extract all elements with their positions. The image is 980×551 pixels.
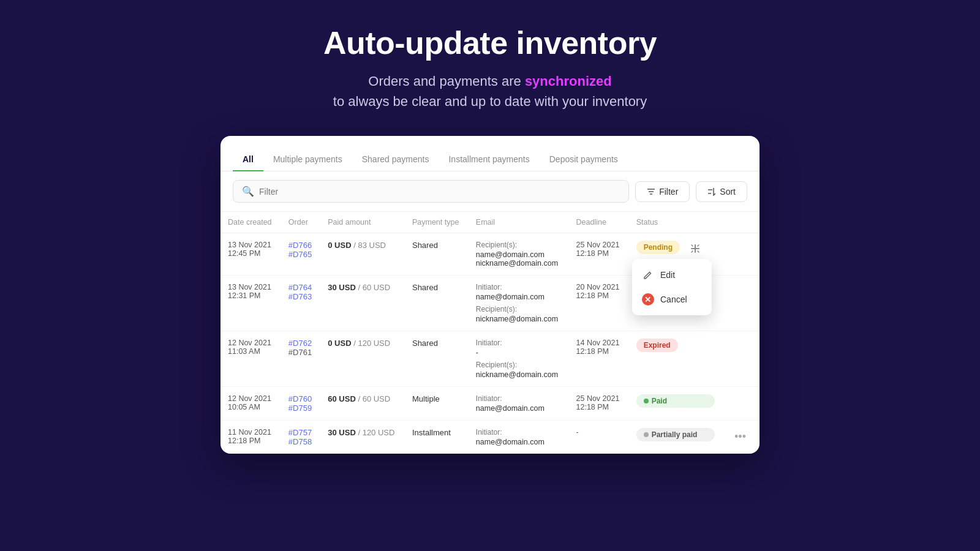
filter-label: Filter bbox=[659, 187, 678, 197]
row1-type: Shared bbox=[405, 233, 469, 276]
page-title: Auto-update inventory bbox=[323, 24, 657, 61]
status-badge: Pending bbox=[636, 241, 680, 254]
order-link-d758[interactable]: #D758 bbox=[288, 437, 313, 446]
tab-all[interactable]: All bbox=[233, 148, 263, 171]
tabs-bar: All Multiple payments Shared payments In… bbox=[221, 136, 760, 171]
row3-status: Expired bbox=[629, 331, 722, 387]
row5-deadline: - bbox=[569, 421, 629, 454]
row5-action-btn[interactable]: ••• bbox=[729, 428, 751, 446]
row5-date: 11 Nov 202112:18 PM bbox=[221, 421, 281, 454]
col-actions bbox=[722, 212, 760, 233]
row2-paid: 30 USD / 60 USD bbox=[320, 276, 405, 331]
main-card: All Multiple payments Shared payments In… bbox=[221, 136, 760, 454]
row4-deadline: 25 Nov 202112:18 PM bbox=[569, 387, 629, 421]
row3-date: 12 Nov 202111:03 AM bbox=[221, 331, 281, 387]
edit-icon bbox=[643, 271, 652, 280]
row5-email: Initiator: name@domain.com bbox=[469, 421, 569, 454]
row3-email: Initiator: - Recipient(s): nickname@doma… bbox=[469, 331, 569, 387]
row2-date: 13 Nov 202112:31 PM bbox=[221, 276, 281, 331]
search-icon: 🔍 bbox=[242, 186, 254, 197]
cancel-label: Cancel bbox=[660, 294, 687, 304]
col-deadline: Deadline bbox=[569, 212, 629, 233]
sort-label: Sort bbox=[720, 187, 736, 197]
row1-paid: 0 USD / 83 USD bbox=[320, 233, 405, 276]
order-link-d765[interactable]: #D765 bbox=[288, 250, 313, 259]
col-paid: Paid amount bbox=[320, 212, 405, 233]
context-menu: Edit ✕ Cancel bbox=[632, 259, 712, 315]
row4-email: Initiator: name@domain.com bbox=[469, 387, 569, 421]
order-link-d760[interactable]: #D760 bbox=[288, 394, 313, 403]
col-date: Date created bbox=[221, 212, 281, 233]
tab-multiple[interactable]: Multiple payments bbox=[263, 148, 352, 171]
order-link-d757[interactable]: #D757 bbox=[288, 428, 313, 437]
order-d761: #D761 bbox=[288, 348, 313, 357]
subtitle-highlight: synchronized bbox=[525, 73, 612, 89]
row3-orders: #D762 #D761 bbox=[281, 331, 320, 387]
page-subtitle: Orders and payments are synchronized to … bbox=[333, 71, 647, 111]
table-row: 12 Nov 202110:05 AM #D760 #D759 60 USD /… bbox=[221, 387, 760, 421]
tab-installment[interactable]: Installment payments bbox=[439, 148, 539, 171]
context-cancel[interactable]: ✕ Cancel bbox=[632, 287, 712, 312]
row5-paid: 30 USD / 120 USD bbox=[320, 421, 405, 454]
toolbar: 🔍 Filter Sort bbox=[221, 171, 760, 212]
order-link-d759[interactable]: #D759 bbox=[288, 403, 313, 413]
subtitle-part1: Orders and payments are bbox=[368, 73, 525, 89]
row3-deadline: 14 Nov 202112:18 PM bbox=[569, 331, 629, 387]
tab-shared[interactable]: Shared payments bbox=[352, 148, 439, 171]
table-row: 11 Nov 202112:18 PM #D757 #D758 30 USD /… bbox=[221, 421, 760, 454]
sort-button[interactable]: Sort bbox=[696, 181, 747, 202]
row1-date: 13 Nov 202112:45 PM bbox=[221, 233, 281, 276]
col-status: Status bbox=[629, 212, 722, 233]
order-link-d762[interactable]: #D762 bbox=[288, 339, 313, 348]
col-email: Email bbox=[469, 212, 569, 233]
row1-status: Pending bbox=[629, 233, 722, 276]
row2-email: Initiator: name@domain.com Recipient(s):… bbox=[469, 276, 569, 331]
filter-icon bbox=[647, 187, 655, 196]
row4-orders: #D760 #D759 bbox=[281, 387, 320, 421]
tab-deposit[interactable]: Deposit payments bbox=[540, 148, 628, 171]
filter-button[interactable]: Filter bbox=[635, 181, 690, 202]
row4-status: Paid bbox=[629, 387, 722, 421]
status-badge: Paid bbox=[636, 394, 715, 408]
row4-paid: 60 USD / 60 USD bbox=[320, 387, 405, 421]
sort-icon bbox=[707, 187, 716, 196]
row1-orders: #D766 #D765 bbox=[281, 233, 320, 276]
row1-deadline: 25 Nov 202112:18 PM bbox=[569, 233, 629, 276]
row3-type: Shared bbox=[405, 331, 469, 387]
order-link-d764[interactable]: #D764 bbox=[288, 283, 313, 292]
row5-status: Partially paid bbox=[629, 421, 722, 454]
row1-email: Recipient(s): name@domain.com nickname@d… bbox=[469, 233, 569, 276]
order-link-d763[interactable]: #D763 bbox=[288, 292, 313, 301]
row2-deadline: 20 Nov 202112:18 PM bbox=[569, 276, 629, 331]
status-badge: Expired bbox=[636, 339, 678, 352]
search-box: 🔍 bbox=[233, 180, 629, 203]
row5-type: Installment bbox=[405, 421, 469, 454]
resize-icon bbox=[690, 243, 701, 254]
status-badge: Partially paid bbox=[636, 428, 715, 441]
row4-type: Multiple bbox=[405, 387, 469, 421]
row2-orders: #D764 #D763 bbox=[281, 276, 320, 331]
row3-paid: 0 USD / 120 USD bbox=[320, 331, 405, 387]
order-link-d766[interactable]: #D766 bbox=[288, 241, 313, 250]
table-row: 13 Nov 202112:45 PM #D766 #D765 0 USD / … bbox=[221, 233, 760, 276]
col-order: Order bbox=[281, 212, 320, 233]
row1-action-btn[interactable] bbox=[685, 241, 706, 260]
payments-table: Date created Order Paid amount Payment t… bbox=[221, 212, 760, 454]
cancel-icon: ✕ bbox=[642, 293, 654, 305]
row5-orders: #D757 #D758 bbox=[281, 421, 320, 454]
search-input[interactable] bbox=[259, 187, 620, 197]
row2-type: Shared bbox=[405, 276, 469, 331]
subtitle-part2: to always be clear and up to date with y… bbox=[333, 94, 647, 109]
edit-label: Edit bbox=[660, 270, 675, 280]
row4-date: 12 Nov 202110:05 AM bbox=[221, 387, 281, 421]
context-edit[interactable]: Edit bbox=[632, 263, 712, 287]
col-payment-type: Payment type bbox=[405, 212, 469, 233]
table-row: 12 Nov 202111:03 AM #D762 #D761 0 USD / … bbox=[221, 331, 760, 387]
